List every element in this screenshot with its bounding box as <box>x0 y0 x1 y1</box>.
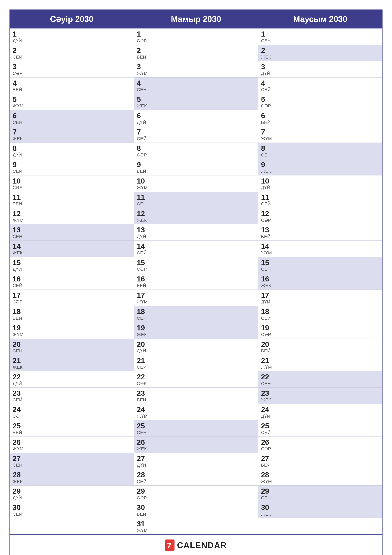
day-number: 28 <box>261 471 379 479</box>
day-number: 4 <box>137 79 255 87</box>
day-number: 30 <box>13 504 131 511</box>
header-row: Сәуір 2030 Мамыр 2030 Маусым 2030 <box>10 10 382 28</box>
day-cell-month2-row6: 6ДҮЙ <box>134 110 258 126</box>
day-name: СЕН <box>261 267 379 272</box>
day-cell-month1-row25: 25БЕЙ <box>10 420 134 437</box>
calendar-row: 17СӘР17ЖҮМ17ДҮЙ <box>10 290 382 306</box>
day-name: ЖЕК <box>137 332 255 337</box>
day-number: 20 <box>137 340 255 348</box>
day-name: СӘР <box>137 267 255 272</box>
day-number: 17 <box>137 291 255 299</box>
day-number: 5 <box>261 95 379 103</box>
calendar-row: 14ЖЕК14СЕЙ14ЖҮМ <box>10 241 382 257</box>
day-cell-month3-row1: 1СЕН <box>258 28 382 45</box>
day-number: 8 <box>261 144 379 152</box>
calendar-row: 22ДҮЙ22СӘР22СЕН <box>10 371 382 387</box>
day-name: ЖҮМ <box>13 332 131 337</box>
day-cell-month1-row31 <box>10 518 134 535</box>
day-cell-month2-row30: 30БЕЙ <box>134 502 258 518</box>
day-cell-month2-row21: 21СЕЙ <box>134 355 258 371</box>
day-number: 13 <box>13 226 131 234</box>
day-name: ДҮЙ <box>137 234 255 239</box>
day-number: 16 <box>13 275 131 283</box>
day-name: ЖЕК <box>261 54 379 60</box>
day-cell-month2-row28: 28СЕЙ <box>134 469 258 486</box>
day-cell-month1-row11: 11БЕЙ <box>10 192 134 208</box>
day-name: ЖҮМ <box>137 71 255 76</box>
day-cell-month3-row15: 15СЕН <box>258 257 382 273</box>
day-name: СЕН <box>13 234 131 239</box>
day-cell-month2-row26: 26ЖЕК <box>134 437 258 453</box>
calendar-row: 16СЕЙ16БЕЙ16ЖЕК <box>10 273 382 290</box>
day-name: ЖҮМ <box>137 185 255 190</box>
day-name: ЖҮМ <box>261 250 379 256</box>
day-name: ДҮЙ <box>13 38 131 44</box>
day-cell-month2-row12: 12ЖЕК <box>134 208 258 224</box>
calendar-row: 26ЖҮМ26ЖЕК26СӘР <box>10 437 382 453</box>
day-number: 11 <box>13 193 131 201</box>
day-cell-month2-row7: 7СЕЙ <box>134 126 258 143</box>
day-number: 5 <box>137 95 255 103</box>
calendar-row: 20СЕН20ДҮЙ20БЕЙ <box>10 339 382 355</box>
day-cell-month3-row20: 20БЕЙ <box>258 339 382 355</box>
day-name: БЕЙ <box>261 462 379 468</box>
day-number: 28 <box>137 471 255 479</box>
footer-calendar-text: CALENDAR <box>177 540 227 550</box>
day-name: СЕН <box>137 430 255 435</box>
month3-header: Маусым 2030 <box>258 10 382 28</box>
day-cell-month2-row18: 18СЕН <box>134 306 258 322</box>
day-cell-month1-row1: 1ДҮЙ <box>10 28 134 45</box>
day-cell-month3-row25: 25СЕЙ <box>258 420 382 437</box>
day-number: 7 <box>261 128 379 136</box>
day-cell-month3-row3: 3ДҮЙ <box>258 61 382 77</box>
day-name: ЖҮМ <box>137 414 255 419</box>
day-name: СӘР <box>261 332 379 337</box>
day-number: 27 <box>13 454 131 463</box>
calendar-row: 15ДҮЙ15СӘР15СЕН <box>10 257 382 273</box>
day-number: 19 <box>261 324 379 332</box>
day-name: СЕН <box>137 201 255 207</box>
day-cell-month3-row27: 27БЕЙ <box>258 453 382 469</box>
day-cell-month2-row20: 20ДҮЙ <box>134 339 258 355</box>
day-number: 23 <box>137 389 255 397</box>
day-number: 30 <box>261 504 379 511</box>
day-cell-month3-row2: 2ЖЕК <box>258 45 382 61</box>
day-name: СЕЙ <box>261 316 379 321</box>
day-name: БЕЙ <box>137 397 255 403</box>
day-name: БЕЙ <box>261 348 379 354</box>
day-number: 3 <box>137 63 255 71</box>
day-number: 7 <box>13 128 131 136</box>
day-name: ЖЕК <box>13 136 131 141</box>
day-cell-month1-row16: 16СЕЙ <box>10 273 134 290</box>
day-number: 21 <box>261 357 379 365</box>
day-number: 17 <box>261 291 379 299</box>
day-cell-month1-row20: 20СЕН <box>10 339 134 355</box>
day-number: 5 <box>13 95 131 103</box>
day-name: СӘР <box>261 446 379 452</box>
day-number: 22 <box>261 373 379 381</box>
day-cell-month2-row23: 23БЕЙ <box>134 388 258 404</box>
day-cell-month3-row31 <box>258 518 382 535</box>
day-name: СЕН <box>13 462 131 468</box>
day-name: ЖЕК <box>137 103 255 109</box>
day-name: СЕН <box>137 87 255 92</box>
day-number: 18 <box>13 307 131 316</box>
day-name: БЕЙ <box>261 234 379 239</box>
day-number: 12 <box>13 210 131 218</box>
calendar-row: 29ДҮЙ29СӘР29СЕН <box>10 486 382 502</box>
day-number: 12 <box>137 210 255 218</box>
day-number: 31 <box>137 520 255 528</box>
day-cell-month3-row10: 10ДҮЙ <box>258 175 382 192</box>
day-name: СӘР <box>13 299 131 305</box>
day-cell-month3-row21: 21ЖҮМ <box>258 355 382 371</box>
calendar-row: 6СЕН6ДҮЙ6БЕЙ <box>10 110 382 126</box>
day-cell-month2-row10: 10ЖҮМ <box>134 175 258 192</box>
day-number: 24 <box>261 405 379 414</box>
day-number: 17 <box>13 291 131 299</box>
day-cell-month2-row2: 2БЕЙ <box>134 45 258 61</box>
day-name: СЕЙ <box>137 250 255 256</box>
day-name: СЕН <box>13 120 131 125</box>
day-name: СЕЙ <box>13 283 131 288</box>
day-cell-month1-row30: 30СЕЙ <box>10 502 134 518</box>
day-name: СЕН <box>261 495 379 501</box>
